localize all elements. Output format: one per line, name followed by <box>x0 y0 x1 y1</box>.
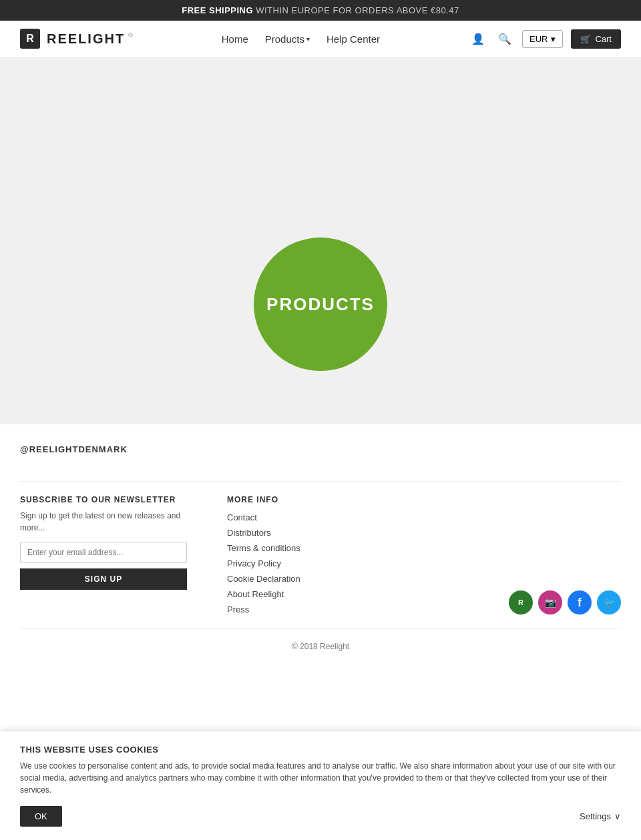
account-icon[interactable]: 👤 <box>469 30 487 48</box>
instagram-handle[interactable]: @REELIGHTDENMARK <box>20 444 621 454</box>
facebook-icon-label: f <box>578 596 582 610</box>
footer-link-terms[interactable]: Terms & conditions <box>227 543 404 553</box>
nav-products[interactable]: Products ▾ <box>265 33 310 45</box>
more-info-section: MORE INFO Contact Distributors Terms & c… <box>227 495 404 614</box>
newsletter-title: SUBSCRIBE TO OUR NEWSLETTER <box>20 495 187 504</box>
instagram-section: @REELIGHTDENMARK <box>0 424 641 461</box>
logo-icon: R <box>20 29 40 49</box>
logo[interactable]: R REELIGHT ® <box>20 29 133 49</box>
products-circle-text: Products <box>266 294 375 315</box>
currency-selector[interactable]: EUR ▾ <box>522 30 563 48</box>
footer-top: SUBSCRIBE TO OUR NEWSLETTER Sign up to g… <box>20 481 621 628</box>
nav-home[interactable]: Home <box>222 33 248 45</box>
footer: SUBSCRIBE TO OUR NEWSLETTER Sign up to g… <box>0 461 641 675</box>
more-info-links: Contact Distributors Terms & conditions … <box>227 512 404 614</box>
footer-link-privacy[interactable]: Privacy Policy <box>227 558 404 568</box>
nav-help-center[interactable]: Help Center <box>327 33 380 45</box>
footer-link-press[interactable]: Press <box>227 604 404 614</box>
search-icon[interactable]: 🔍 <box>495 30 514 48</box>
currency-arrow-icon: ▾ <box>551 34 556 44</box>
top-banner: FREE SHIPPING WITHIN EUROPE FOR ORDERS A… <box>0 0 641 21</box>
products-circle: Products <box>254 238 387 371</box>
header: R REELIGHT ® Home Products ▾ Help Center… <box>0 21 641 57</box>
instagram-icon-symbol: 📷 <box>545 597 556 608</box>
newsletter-desc: Sign up to get the latest on new release… <box>20 510 187 534</box>
instagram-social-icon[interactable]: 📷 <box>538 590 562 614</box>
newsletter-section: SUBSCRIBE TO OUR NEWSLETTER Sign up to g… <box>20 495 187 614</box>
reelight-social-icon[interactable]: R <box>509 590 533 614</box>
footer-link-distributors[interactable]: Distributors <box>227 528 404 538</box>
facebook-social-icon[interactable]: f <box>568 590 592 614</box>
reelight-icon-label: R <box>518 598 523 606</box>
logo-text: REELIGHT <box>47 31 125 47</box>
footer-link-about[interactable]: About Reelight <box>227 589 404 599</box>
cart-icon: 🛒 <box>580 34 591 44</box>
currency-label: EUR <box>529 34 548 44</box>
products-chevron-icon: ▾ <box>306 35 310 43</box>
cart-label: Cart <box>595 34 612 44</box>
footer-link-contact[interactable]: Contact <box>227 512 404 522</box>
email-input[interactable] <box>20 542 187 563</box>
free-shipping-text: FREE SHIPPING <box>182 5 253 15</box>
main-nav: Home Products ▾ Help Center <box>222 33 380 45</box>
header-icons: 👤 🔍 EUR ▾ 🛒 Cart <box>469 29 621 49</box>
twitter-social-icon[interactable]: 🐦 <box>597 590 621 614</box>
more-info-title: MORE INFO <box>227 495 404 504</box>
footer-link-cookie-declaration[interactable]: Cookie Declaration <box>227 574 404 584</box>
copyright-text: © 2018 Reelight <box>292 642 349 651</box>
twitter-icon-symbol: 🐦 <box>604 597 615 608</box>
cart-button[interactable]: 🛒 Cart <box>571 29 621 49</box>
main-content: Products <box>0 57 641 424</box>
social-icons: R 📷 f 🐦 <box>444 495 621 614</box>
banner-rest-text: WITHIN EUROPE FOR ORDERS ABOVE €80.47 <box>256 5 459 15</box>
footer-bottom: © 2018 Reelight <box>20 628 621 655</box>
signup-button[interactable]: SIGN UP <box>20 568 187 590</box>
